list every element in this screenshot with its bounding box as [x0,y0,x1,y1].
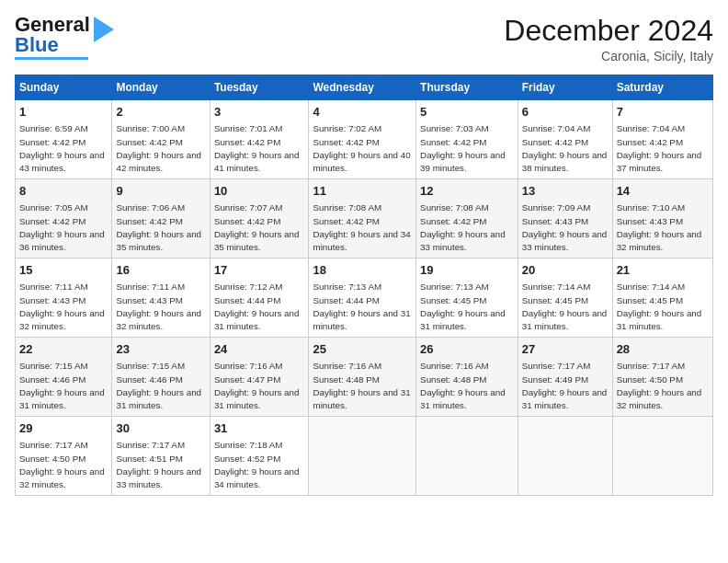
col-wednesday: Wednesday [309,75,416,100]
day-number: 21 [617,262,709,279]
day-number: 19 [420,262,514,279]
col-saturday: Saturday [612,75,712,100]
day-info: Sunrise: 7:08 AMSunset: 4:42 PMDaylight:… [420,202,506,252]
day-number: 3 [214,104,305,121]
calendar-cell: 24 Sunrise: 7:16 AMSunset: 4:47 PMDaylig… [210,338,309,417]
day-info: Sunrise: 6:59 AMSunset: 4:42 PMDaylight:… [19,123,105,173]
calendar-cell: 3 Sunrise: 7:01 AMSunset: 4:42 PMDayligh… [210,100,309,179]
day-info: Sunrise: 7:14 AMSunset: 4:45 PMDaylight:… [522,282,608,331]
day-number: 5 [420,104,514,121]
calendar-cell: 30 Sunrise: 7:17 AMSunset: 4:51 PMDaylig… [112,417,210,496]
day-info: Sunrise: 7:13 AMSunset: 4:44 PMDaylight:… [313,282,410,331]
main-container: GeneralBlue December 2024 Caronia, Sicil… [0,0,728,503]
day-info: Sunrise: 7:17 AMSunset: 4:49 PMDaylight:… [522,361,608,410]
day-number: 10 [214,183,305,200]
calendar-cell [612,417,712,496]
calendar-cell: 23 Sunrise: 7:15 AMSunset: 4:46 PMDaylig… [112,338,210,417]
calendar-cell: 27 Sunrise: 7:17 AMSunset: 4:49 PMDaylig… [518,338,612,417]
day-number: 7 [617,104,709,121]
calendar-cell: 29 Sunrise: 7:17 AMSunset: 4:50 PMDaylig… [16,417,112,496]
day-number: 15 [19,262,108,279]
day-info: Sunrise: 7:05 AMSunset: 4:42 PMDaylight:… [19,202,105,252]
day-info: Sunrise: 7:06 AMSunset: 4:42 PMDaylight:… [116,202,201,252]
day-number: 22 [19,341,108,358]
day-number: 12 [420,183,514,200]
day-info: Sunrise: 7:14 AMSunset: 4:45 PMDaylight:… [617,282,702,331]
day-info: Sunrise: 7:13 AMSunset: 4:45 PMDaylight:… [420,282,506,331]
calendar-cell: 17 Sunrise: 7:12 AMSunset: 4:44 PMDaylig… [210,259,309,338]
day-number: 2 [116,104,205,121]
day-number: 25 [313,341,412,358]
calendar-cell: 12 Sunrise: 7:08 AMSunset: 4:42 PMDaylig… [416,179,518,259]
day-number: 13 [522,183,609,200]
svg-marker-0 [94,17,114,42]
col-tuesday: Tuesday [210,75,309,100]
calendar-cell: 16 Sunrise: 7:11 AMSunset: 4:43 PMDaylig… [112,259,210,338]
col-friday: Friday [518,75,612,100]
calendar-cell: 21 Sunrise: 7:14 AMSunset: 4:45 PMDaylig… [612,259,712,338]
day-number: 28 [617,341,709,358]
calendar-cell: 9 Sunrise: 7:06 AMSunset: 4:42 PMDayligh… [112,179,210,259]
day-info: Sunrise: 7:17 AMSunset: 4:50 PMDaylight:… [617,361,702,410]
day-number: 29 [19,420,108,437]
calendar-cell: 19 Sunrise: 7:13 AMSunset: 4:45 PMDaylig… [416,259,518,338]
day-number: 23 [116,341,205,358]
day-info: Sunrise: 7:11 AMSunset: 4:43 PMDaylight:… [19,282,105,331]
calendar-cell [416,417,518,496]
day-number: 6 [522,104,609,121]
col-thursday: Thursday [416,75,518,100]
logo-triangle-icon [94,17,114,42]
calendar-cell: 22 Sunrise: 7:15 AMSunset: 4:46 PMDaylig… [16,338,112,417]
calendar-cell: 11 Sunrise: 7:08 AMSunset: 4:42 PMDaylig… [309,179,416,259]
calendar-cell [309,417,416,496]
calendar-cell: 4 Sunrise: 7:02 AMSunset: 4:42 PMDayligh… [309,100,416,179]
day-info: Sunrise: 7:16 AMSunset: 4:48 PMDaylight:… [313,361,410,410]
calendar-header-row: Sunday Monday Tuesday Wednesday Thursday… [16,75,713,100]
logo-blue: Blue [15,33,59,56]
day-info: Sunrise: 7:00 AMSunset: 4:42 PMDaylight:… [116,123,201,173]
day-info: Sunrise: 7:15 AMSunset: 4:46 PMDaylight:… [116,361,201,410]
calendar-table: Sunday Monday Tuesday Wednesday Thursday… [15,75,713,496]
col-monday: Monday [112,75,210,100]
calendar-cell: 31 Sunrise: 7:18 AMSunset: 4:52 PMDaylig… [210,417,309,496]
day-info: Sunrise: 7:16 AMSunset: 4:47 PMDaylight:… [214,361,300,410]
day-info: Sunrise: 7:18 AMSunset: 4:52 PMDaylight:… [214,440,300,489]
title-block: December 2024 Caronia, Sicily, Italy [504,15,713,63]
calendar-week-row: 29 Sunrise: 7:17 AMSunset: 4:50 PMDaylig… [16,417,713,496]
day-number: 26 [420,341,514,358]
calendar-title: December 2024 [504,15,713,47]
day-number: 17 [214,262,305,279]
day-number: 1 [19,104,108,121]
day-number: 9 [116,183,205,200]
day-info: Sunrise: 7:15 AMSunset: 4:46 PMDaylight:… [19,361,105,410]
day-info: Sunrise: 7:17 AMSunset: 4:50 PMDaylight:… [19,440,105,489]
day-info: Sunrise: 7:10 AMSunset: 4:43 PMDaylight:… [617,202,702,252]
day-number: 31 [214,420,305,437]
day-info: Sunrise: 7:07 AMSunset: 4:42 PMDaylight:… [214,202,300,252]
calendar-week-row: 22 Sunrise: 7:15 AMSunset: 4:46 PMDaylig… [16,338,713,417]
calendar-cell: 20 Sunrise: 7:14 AMSunset: 4:45 PMDaylig… [518,259,612,338]
day-number: 18 [313,262,412,279]
day-number: 14 [617,183,709,200]
calendar-cell: 6 Sunrise: 7:04 AMSunset: 4:42 PMDayligh… [518,100,612,179]
calendar-cell: 28 Sunrise: 7:17 AMSunset: 4:50 PMDaylig… [612,338,712,417]
day-info: Sunrise: 7:11 AMSunset: 4:43 PMDaylight:… [116,282,201,331]
logo-underline [15,57,88,60]
day-info: Sunrise: 7:04 AMSunset: 4:42 PMDaylight:… [617,123,702,173]
calendar-cell: 18 Sunrise: 7:13 AMSunset: 4:44 PMDaylig… [309,259,416,338]
calendar-cell: 14 Sunrise: 7:10 AMSunset: 4:43 PMDaylig… [612,179,712,259]
calendar-cell: 26 Sunrise: 7:16 AMSunset: 4:48 PMDaylig… [416,338,518,417]
day-number: 24 [214,341,305,358]
calendar-week-row: 15 Sunrise: 7:11 AMSunset: 4:43 PMDaylig… [16,259,713,338]
day-info: Sunrise: 7:12 AMSunset: 4:44 PMDaylight:… [214,282,300,331]
day-info: Sunrise: 7:16 AMSunset: 4:48 PMDaylight:… [420,361,506,410]
logo-text: GeneralBlue [15,15,90,55]
day-info: Sunrise: 7:17 AMSunset: 4:51 PMDaylight:… [116,440,201,489]
calendar-body: 1 Sunrise: 6:59 AMSunset: 4:42 PMDayligh… [16,100,713,496]
header: GeneralBlue December 2024 Caronia, Sicil… [15,15,713,63]
day-number: 8 [19,183,108,200]
calendar-subtitle: Caronia, Sicily, Italy [504,49,713,63]
day-number: 4 [313,104,412,121]
day-number: 20 [522,262,609,279]
col-sunday: Sunday [16,75,112,100]
